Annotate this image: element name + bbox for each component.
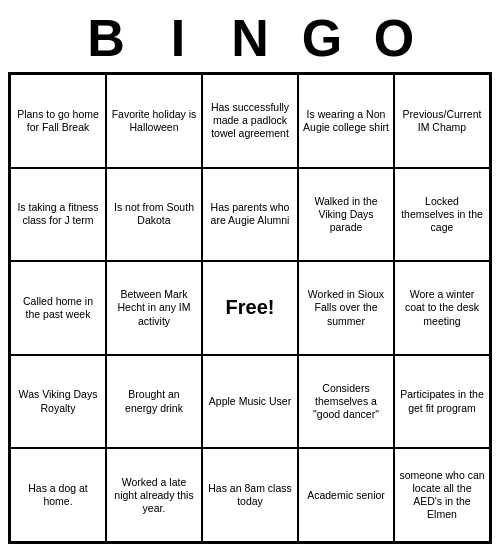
cell-8: Walked in the Viking Days parade [298,168,394,262]
cell-5: Is taking a fitness class for J term [10,168,106,262]
cell-0: Plans to go home for Fall Break [10,74,106,168]
bingo-title: B I N G O [10,8,490,68]
cell-22: Has an 8am class today [202,448,298,542]
cell-19: Participates in the get fit program [394,355,490,449]
cell-15: Was Viking Days Royalty [10,355,106,449]
cell-10: Called home in the past week [10,261,106,355]
title-b: B [70,8,142,68]
cell-7: Has parents who are Augie Alumni [202,168,298,262]
cell-24: someone who can locate all the AED's in … [394,448,490,542]
cell-2: Has successfully made a padlock towel ag… [202,74,298,168]
cell-18: Considers themselves a "good dancer" [298,355,394,449]
cell-21: Worked a late night already this year. [106,448,202,542]
cell-17: Apple Music User [202,355,298,449]
cell-4: Previous/Current IM Champ [394,74,490,168]
cell-3: Is wearing a Non Augie college shirt [298,74,394,168]
title-i: I [142,8,214,68]
cell-16: Brought an energy drink [106,355,202,449]
cell-1: Favorite holiday is Halloween [106,74,202,168]
title-n: N [214,8,286,68]
cell-free: Free! [202,261,298,355]
cell-11: Between Mark Hecht in any IM activity [106,261,202,355]
title-o: O [358,8,430,68]
cell-23: Academic senior [298,448,394,542]
cell-14: Wore a winter coat to the desk meeting [394,261,490,355]
cell-20: Has a dog at home. [10,448,106,542]
title-g: G [286,8,358,68]
cell-9: Locked themselves in the cage [394,168,490,262]
bingo-grid: Plans to go home for Fall Break Favorite… [8,72,492,544]
cell-13: Worked in Sioux Falls over the summer [298,261,394,355]
cell-6: Is not from South Dakota [106,168,202,262]
